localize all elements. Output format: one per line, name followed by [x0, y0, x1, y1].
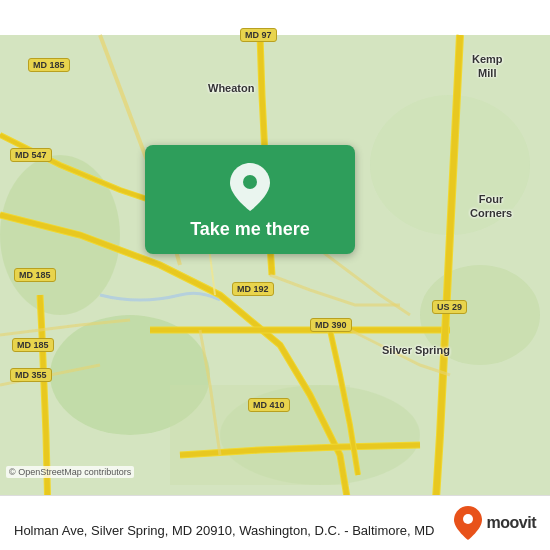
road-badge-md185-bot: MD 185: [12, 338, 54, 352]
address-text: Holman Ave, Silver Spring, MD 20910, Was…: [14, 522, 444, 540]
svg-point-5: [420, 265, 540, 365]
road-badge-md410: MD 410: [248, 398, 290, 412]
moovit-logo: moovit: [454, 506, 536, 540]
road-badge-md390: MD 390: [310, 318, 352, 332]
road-badge-md185-top: MD 185: [28, 58, 70, 72]
road-badge-us29: US 29: [432, 300, 467, 314]
location-pin-icon: [230, 163, 270, 211]
take-me-there-button[interactable]: Take me there: [145, 145, 355, 254]
take-me-there-label: Take me there: [190, 219, 310, 240]
road-badge-md355: MD 355: [10, 368, 52, 382]
svg-point-3: [0, 155, 120, 315]
road-badge-md97: MD 97: [240, 28, 277, 42]
bottom-bar: Holman Ave, Silver Spring, MD 20910, Was…: [0, 495, 550, 550]
moovit-brand-text: moovit: [487, 514, 536, 532]
svg-point-8: [463, 514, 473, 524]
map-container: MD 97 MD 185 MD 547 MD 185 MD 185 MD 192…: [0, 0, 550, 550]
road-badge-md547: MD 547: [10, 148, 52, 162]
svg-point-7: [243, 175, 257, 189]
road-badge-md185-mid: MD 185: [14, 268, 56, 282]
moovit-pin-icon: [454, 506, 482, 540]
road-badge-md192: MD 192: [232, 282, 274, 296]
osm-attribution: © OpenStreetMap contributors: [6, 466, 134, 478]
